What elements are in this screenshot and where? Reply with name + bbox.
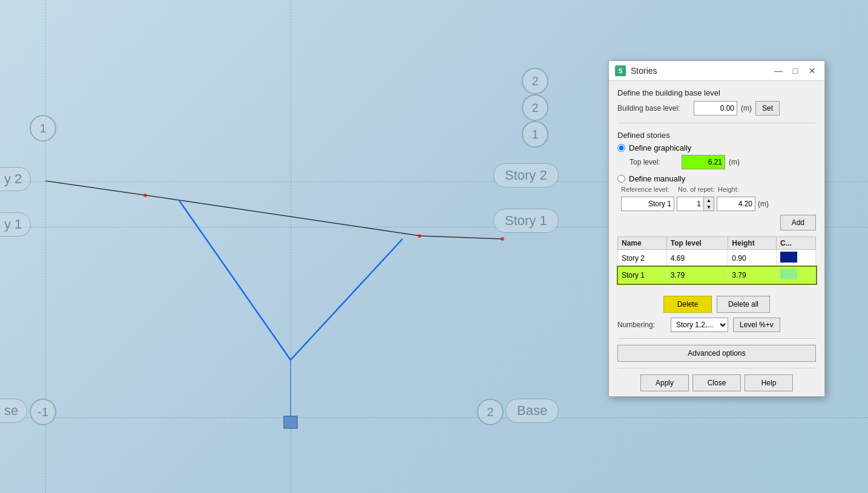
story2-color[interactable]	[777, 250, 816, 267]
circle-1b: 1	[30, 115, 56, 142]
top-level-input[interactable]	[682, 155, 725, 169]
dialog-body: Define the building base level Building …	[609, 81, 824, 291]
height-unit: (m)	[758, 200, 769, 208]
story2-color-swatch	[780, 252, 797, 263]
delete-all-button[interactable]: Delete all	[717, 296, 770, 313]
ref-level-input[interactable]	[621, 197, 674, 211]
col-top-level: Top level	[666, 237, 728, 250]
building-base-label: Building base level:	[617, 104, 690, 113]
set-button[interactable]: Set	[755, 101, 780, 116]
define-graphically-label[interactable]: Define graphically	[629, 143, 691, 152]
define-manually-label[interactable]: Define manually	[629, 174, 685, 183]
action-buttons: Apply Close Help	[617, 374, 816, 391]
story1-name: Story 1	[618, 267, 667, 284]
height-header: Height:	[718, 186, 759, 193]
restore-button[interactable]: □	[789, 65, 801, 77]
story2-label: Story 2	[493, 163, 559, 188]
circle-1a: 1	[522, 121, 548, 148]
table-row-selected[interactable]: Story 1 3.79 3.79	[618, 267, 816, 284]
svg-point-4	[418, 234, 421, 238]
story1-label: Story 1	[493, 209, 559, 233]
building-base-input[interactable]	[694, 101, 737, 116]
height-input[interactable]	[717, 197, 755, 211]
col-name: Name	[618, 237, 667, 250]
table-row[interactable]: Story 2 4.69 0.90	[618, 250, 816, 267]
svg-line-0	[45, 181, 176, 200]
building-base-unit: (m)	[741, 104, 752, 113]
dialog-titlebar: S Stories — □ ✕	[609, 61, 824, 81]
add-button[interactable]: Add	[780, 215, 816, 230]
numbering-select[interactable]: Story 1,2,... Story A,B,... Floor 1,2,..…	[671, 318, 728, 332]
define-graphically-radio[interactable]	[617, 144, 625, 152]
minimize-button[interactable]: —	[772, 65, 784, 77]
story2-label-left: y 2	[0, 167, 31, 191]
circle-neg1: -1	[30, 399, 56, 425]
svg-line-1	[176, 200, 421, 236]
stories-dialog: S Stories — □ ✕ Define the building base…	[608, 60, 825, 397]
level-button[interactable]: Level %+v	[733, 318, 780, 332]
building-base-section: Define the building base level Building …	[617, 88, 816, 116]
close-x-button[interactable]: ✕	[806, 65, 818, 77]
help-button[interactable]: Help	[745, 374, 793, 391]
dialog-title: Stories	[631, 66, 768, 76]
no-repeat-spinner: ▲ ▼	[677, 197, 714, 211]
story1-height: 3.79	[728, 267, 777, 284]
story1-top-level: 3.79	[666, 267, 728, 284]
svg-line-2	[421, 236, 502, 239]
story2-top-level: 4.69	[666, 250, 728, 267]
building-base-title: Define the building base level	[617, 88, 816, 97]
bottom-section: Delete Delete all Numbering: Story 1,2,.…	[609, 291, 824, 396]
base-label-left: se	[0, 399, 27, 423]
close-button[interactable]: Close	[692, 374, 741, 391]
ref-level-header: Reference level:	[621, 186, 676, 193]
story1-label-left: y 1	[0, 212, 31, 237]
story2-name: Story 2	[618, 250, 667, 267]
col-height: Height	[728, 237, 777, 250]
svg-rect-7	[284, 416, 297, 428]
spinner-down-button[interactable]: ▼	[704, 204, 714, 211]
story2-height: 0.90	[728, 250, 777, 267]
story1-color-swatch	[780, 269, 797, 279]
defined-stories-title: Defined stories	[617, 131, 816, 140]
defined-stories-section: Defined stories Define graphically Top l…	[617, 131, 816, 230]
circle-base-num: 2	[477, 399, 504, 425]
numbering-label: Numbering:	[617, 321, 666, 329]
delete-button[interactable]: Delete	[663, 296, 712, 313]
advanced-options-button[interactable]: Advanced options	[617, 345, 816, 362]
numbering-row: Numbering: Story 1,2,... Story A,B,... F…	[617, 318, 816, 332]
no-repeat-header: No. of repet:	[678, 186, 715, 193]
define-manually-radio[interactable]	[617, 175, 625, 183]
circle-2a: 2	[522, 68, 548, 94]
no-repeat-input[interactable]	[677, 197, 703, 211]
apply-button[interactable]: Apply	[640, 374, 689, 391]
spinner-up-button[interactable]: ▲	[704, 197, 714, 204]
stories-table: Name Top level Height C... Story 2 4.69 …	[617, 237, 816, 284]
circle-2b: 2	[522, 94, 548, 121]
top-level-unit: (m)	[729, 158, 740, 166]
base-label-right: Base	[505, 399, 559, 423]
svg-point-5	[501, 237, 504, 241]
dialog-icon: S	[615, 65, 626, 76]
top-level-label: Top level:	[630, 158, 678, 166]
col-color: C...	[777, 237, 816, 250]
story1-color[interactable]	[777, 267, 816, 284]
svg-point-3	[143, 194, 147, 197]
